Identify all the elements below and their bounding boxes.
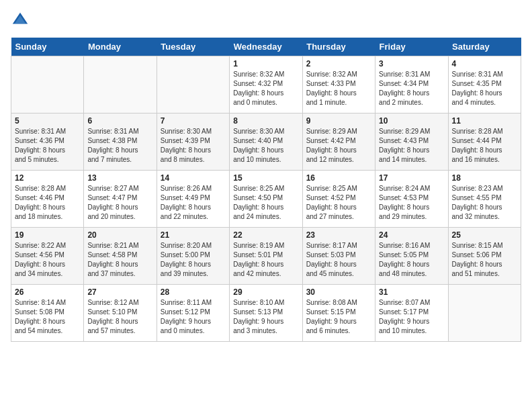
cell-content: Sunrise: 8:23 AM Sunset: 4:55 PM Dayligh… <box>452 184 517 222</box>
calendar-cell: 17Sunrise: 8:24 AM Sunset: 4:53 PM Dayli… <box>375 171 448 228</box>
day-of-week-header: Friday <box>375 38 448 56</box>
day-of-week-header: Saturday <box>448 38 521 56</box>
day-number: 13 <box>87 173 152 183</box>
cell-content: Sunrise: 8:25 AM Sunset: 4:52 PM Dayligh… <box>306 184 371 222</box>
calendar-cell: 10Sunrise: 8:29 AM Sunset: 4:43 PM Dayli… <box>375 113 448 171</box>
day-number: 10 <box>379 116 444 126</box>
calendar-cell <box>11 56 84 113</box>
calendar-week-row: 26Sunrise: 8:14 AM Sunset: 5:08 PM Dayli… <box>11 285 521 342</box>
day-of-week-header: Tuesday <box>157 38 229 56</box>
cell-content: Sunrise: 8:30 AM Sunset: 4:40 PM Dayligh… <box>233 127 298 165</box>
cell-content: Sunrise: 8:11 AM Sunset: 5:12 PM Dayligh… <box>161 298 226 336</box>
calendar-cell: 22Sunrise: 8:19 AM Sunset: 5:01 PM Dayli… <box>230 228 302 285</box>
cell-content: Sunrise: 8:29 AM Sunset: 4:43 PM Dayligh… <box>379 127 444 165</box>
calendar-cell: 7Sunrise: 8:30 AM Sunset: 4:39 PM Daylig… <box>157 113 229 171</box>
calendar-cell: 14Sunrise: 8:26 AM Sunset: 4:49 PM Dayli… <box>157 171 229 228</box>
day-of-week-header: Thursday <box>302 38 375 56</box>
cell-content: Sunrise: 8:32 AM Sunset: 4:32 PM Dayligh… <box>233 70 298 107</box>
day-number: 16 <box>306 173 371 183</box>
day-number: 30 <box>306 287 371 297</box>
day-of-week-header: Monday <box>84 38 157 56</box>
day-number: 29 <box>233 287 298 297</box>
header <box>11 11 521 30</box>
day-number: 28 <box>161 287 226 297</box>
cell-content: Sunrise: 8:19 AM Sunset: 5:01 PM Dayligh… <box>233 241 298 279</box>
calendar-week-row: 5Sunrise: 8:31 AM Sunset: 4:36 PM Daylig… <box>11 113 521 171</box>
cell-content: Sunrise: 8:14 AM Sunset: 5:08 PM Dayligh… <box>15 298 80 336</box>
calendar-cell: 23Sunrise: 8:17 AM Sunset: 5:03 PM Dayli… <box>302 228 375 285</box>
cell-content: Sunrise: 8:31 AM Sunset: 4:38 PM Dayligh… <box>87 127 152 165</box>
cell-content: Sunrise: 8:31 AM Sunset: 4:35 PM Dayligh… <box>452 70 517 107</box>
calendar-cell: 31Sunrise: 8:07 AM Sunset: 5:17 PM Dayli… <box>375 285 448 342</box>
day-number: 25 <box>452 230 517 240</box>
logo <box>11 11 32 30</box>
day-number: 15 <box>233 173 298 183</box>
day-number: 14 <box>161 173 226 183</box>
calendar-table: SundayMondayTuesdayWednesdayThursdayFrid… <box>11 38 521 342</box>
day-number: 24 <box>379 230 444 240</box>
calendar-cell: 3Sunrise: 8:31 AM Sunset: 4:34 PM Daylig… <box>375 56 448 113</box>
calendar-cell: 26Sunrise: 8:14 AM Sunset: 5:08 PM Dayli… <box>11 285 84 342</box>
calendar-cell: 20Sunrise: 8:21 AM Sunset: 4:58 PM Dayli… <box>84 228 157 285</box>
calendar-week-row: 1Sunrise: 8:32 AM Sunset: 4:32 PM Daylig… <box>11 56 521 113</box>
day-number: 3 <box>379 59 444 68</box>
calendar-cell: 27Sunrise: 8:12 AM Sunset: 5:10 PM Dayli… <box>84 285 157 342</box>
cell-content: Sunrise: 8:28 AM Sunset: 4:44 PM Dayligh… <box>452 127 517 165</box>
day-number: 19 <box>15 230 80 240</box>
calendar-cell: 8Sunrise: 8:30 AM Sunset: 4:40 PM Daylig… <box>230 113 302 171</box>
cell-content: Sunrise: 8:25 AM Sunset: 4:50 PM Dayligh… <box>233 184 298 222</box>
cell-content: Sunrise: 8:17 AM Sunset: 5:03 PM Dayligh… <box>306 241 371 279</box>
calendar-cell: 16Sunrise: 8:25 AM Sunset: 4:52 PM Dayli… <box>302 171 375 228</box>
day-of-week-header: Wednesday <box>230 38 302 56</box>
cell-content: Sunrise: 8:31 AM Sunset: 4:34 PM Dayligh… <box>379 70 444 107</box>
calendar-cell: 5Sunrise: 8:31 AM Sunset: 4:36 PM Daylig… <box>11 113 84 171</box>
calendar-cell: 11Sunrise: 8:28 AM Sunset: 4:44 PM Dayli… <box>448 113 521 171</box>
cell-content: Sunrise: 8:07 AM Sunset: 5:17 PM Dayligh… <box>379 298 444 336</box>
day-number: 20 <box>87 230 152 240</box>
page-container: SundayMondayTuesdayWednesdayThursdayFrid… <box>0 0 532 347</box>
cell-content: Sunrise: 8:12 AM Sunset: 5:10 PM Dayligh… <box>87 298 152 336</box>
logo-icon <box>11 11 30 30</box>
cell-content: Sunrise: 8:22 AM Sunset: 4:56 PM Dayligh… <box>15 241 80 279</box>
calendar-cell <box>448 285 521 342</box>
cell-content: Sunrise: 8:10 AM Sunset: 5:13 PM Dayligh… <box>233 298 298 336</box>
calendar-cell: 15Sunrise: 8:25 AM Sunset: 4:50 PM Dayli… <box>230 171 302 228</box>
day-number: 18 <box>452 173 517 183</box>
calendar-cell: 2Sunrise: 8:32 AM Sunset: 4:33 PM Daylig… <box>302 56 375 113</box>
day-number: 2 <box>306 59 371 68</box>
day-number: 7 <box>161 116 226 126</box>
day-number: 5 <box>15 116 80 126</box>
cell-content: Sunrise: 8:30 AM Sunset: 4:39 PM Dayligh… <box>161 127 226 165</box>
calendar-cell <box>157 56 229 113</box>
day-number: 26 <box>15 287 80 297</box>
calendar-cell: 13Sunrise: 8:27 AM Sunset: 4:47 PM Dayli… <box>84 171 157 228</box>
day-number: 6 <box>87 116 152 126</box>
day-number: 8 <box>233 116 298 126</box>
cell-content: Sunrise: 8:26 AM Sunset: 4:49 PM Dayligh… <box>161 184 226 222</box>
day-number: 22 <box>233 230 298 240</box>
calendar-cell: 9Sunrise: 8:29 AM Sunset: 4:42 PM Daylig… <box>302 113 375 171</box>
calendar-week-row: 19Sunrise: 8:22 AM Sunset: 4:56 PM Dayli… <box>11 228 521 285</box>
calendar-cell: 29Sunrise: 8:10 AM Sunset: 5:13 PM Dayli… <box>230 285 302 342</box>
calendar-cell: 18Sunrise: 8:23 AM Sunset: 4:55 PM Dayli… <box>448 171 521 228</box>
cell-content: Sunrise: 8:15 AM Sunset: 5:06 PM Dayligh… <box>452 241 517 279</box>
day-number: 9 <box>306 116 371 126</box>
calendar-week-row: 12Sunrise: 8:28 AM Sunset: 4:46 PM Dayli… <box>11 171 521 228</box>
cell-content: Sunrise: 8:27 AM Sunset: 4:47 PM Dayligh… <box>87 184 152 222</box>
calendar-cell: 6Sunrise: 8:31 AM Sunset: 4:38 PM Daylig… <box>84 113 157 171</box>
day-number: 4 <box>452 59 517 68</box>
calendar-header-row: SundayMondayTuesdayWednesdayThursdayFrid… <box>11 38 521 56</box>
cell-content: Sunrise: 8:24 AM Sunset: 4:53 PM Dayligh… <box>379 184 444 222</box>
cell-content: Sunrise: 8:32 AM Sunset: 4:33 PM Dayligh… <box>306 70 371 107</box>
calendar-cell: 1Sunrise: 8:32 AM Sunset: 4:32 PM Daylig… <box>230 56 302 113</box>
day-number: 1 <box>233 59 298 68</box>
calendar-cell: 19Sunrise: 8:22 AM Sunset: 4:56 PM Dayli… <box>11 228 84 285</box>
cell-content: Sunrise: 8:16 AM Sunset: 5:05 PM Dayligh… <box>379 241 444 279</box>
calendar-cell: 25Sunrise: 8:15 AM Sunset: 5:06 PM Dayli… <box>448 228 521 285</box>
day-number: 27 <box>87 287 152 297</box>
day-number: 12 <box>15 173 80 183</box>
day-number: 21 <box>161 230 226 240</box>
calendar-cell: 12Sunrise: 8:28 AM Sunset: 4:46 PM Dayli… <box>11 171 84 228</box>
cell-content: Sunrise: 8:28 AM Sunset: 4:46 PM Dayligh… <box>15 184 80 222</box>
calendar-cell: 4Sunrise: 8:31 AM Sunset: 4:35 PM Daylig… <box>448 56 521 113</box>
